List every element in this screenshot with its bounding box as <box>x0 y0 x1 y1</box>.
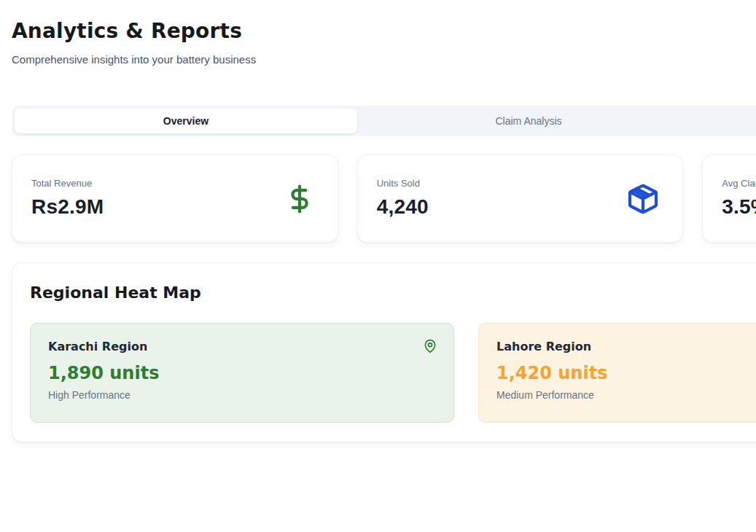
region-card-karachi: Karachi Region 1,890 units High Performa… <box>30 323 454 423</box>
stat-card-units-sold: Units Sold 4,240 <box>357 154 684 243</box>
stat-value: 4,240 <box>377 194 429 220</box>
region-units: 1,890 units <box>48 361 436 385</box>
package-icon <box>626 181 660 216</box>
analytics-page: Analytics & Reports Comprehensive insigh… <box>0 0 756 532</box>
dollar-sign-icon <box>284 183 316 215</box>
stat-label: Units Sold <box>377 177 429 190</box>
stat-label: Avg Claim Rate <box>722 177 756 190</box>
region-name: Lahore Region <box>496 339 756 355</box>
page-content: Analytics & Reports Comprehensive insigh… <box>0 0 756 442</box>
stat-text: Total Revenue Rs2.9M <box>31 177 104 220</box>
stat-text: Units Sold 4,240 <box>377 177 429 220</box>
tab-overview[interactable]: Overview <box>15 109 357 133</box>
region-units: 1,420 units <box>496 361 756 385</box>
region-performance: High Performance <box>48 388 436 402</box>
regional-heat-map-section: Regional Heat Map Karachi Region 1,890 u… <box>12 262 756 442</box>
stat-text: Avg Claim Rate 3.5% <box>722 177 756 220</box>
region-performance: Medium Performance <box>496 388 756 402</box>
stat-cards-row: Total Revenue Rs2.9M Units Sold 4,240 <box>12 154 756 243</box>
stat-card-total-revenue: Total Revenue Rs2.9M <box>12 154 338 243</box>
stat-value: Rs2.9M <box>31 194 104 220</box>
region-name: Karachi Region <box>48 339 436 355</box>
map-pin-icon <box>423 339 437 356</box>
tab-claim-analysis[interactable]: Claim Analysis <box>357 109 700 133</box>
tab-bar: Overview Claim Analysis <box>12 106 756 136</box>
stat-value: 3.5% <box>722 194 756 220</box>
region-cards-row: Karachi Region 1,890 units High Performa… <box>30 323 756 423</box>
page-subtitle: Comprehensive insights into your battery… <box>12 52 756 67</box>
stat-card-avg-claim-rate: Avg Claim Rate 3.5% <box>702 154 756 243</box>
heatmap-title: Regional Heat Map <box>30 282 756 304</box>
page-title: Analytics & Reports <box>12 17 756 45</box>
page-header: Analytics & Reports Comprehensive insigh… <box>12 17 756 67</box>
region-card-lahore: Lahore Region 1,420 units Medium Perform… <box>478 323 756 423</box>
stat-label: Total Revenue <box>31 177 104 190</box>
